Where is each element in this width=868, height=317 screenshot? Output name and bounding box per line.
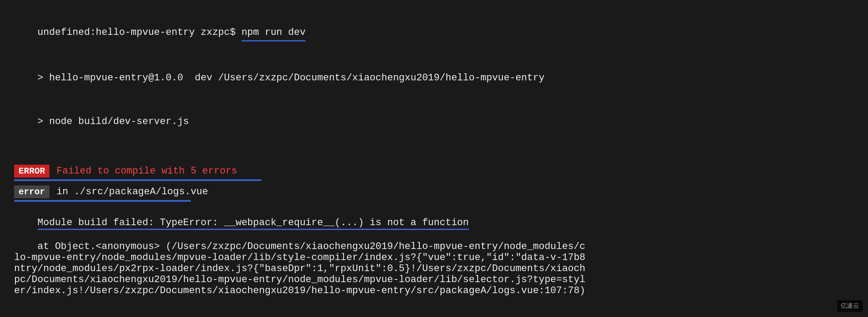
command-text: npm run dev [242, 27, 306, 38]
stack-line-5: er/index.js!/Users/zxzpc/Documents/xiaoc… [14, 285, 854, 296]
error-main-message: Failed to compile with 5 errors [57, 166, 237, 177]
error-badge-2: error [14, 185, 49, 198]
stack-line-2: lo-mpvue-entry/node_modules/mpvue-loader… [14, 252, 854, 263]
stack-line-4: pc/Documents/xiaochengxu2019/hello-mpvue… [14, 274, 854, 285]
error-banner: ERROR Failed to compile with 5 errors [14, 165, 854, 177]
command-underlined: npm run dev [242, 25, 306, 42]
terminal-container: undefined:hello-mpvue-entry zxzpc$ npm r… [14, 11, 854, 296]
error-file-message: in ./src/packageA/logs.vue [57, 186, 208, 197]
module-error-line: Module build failed: TypeError: __webpac… [14, 206, 854, 241]
output-line-2: > node build/dev-server.js [14, 100, 854, 143]
prompt-text: undefined:hello-mpvue-entry zxzpc$ [38, 27, 242, 38]
error-badge: ERROR [14, 165, 49, 177]
error-underline-bar [14, 179, 261, 181]
spacer-1 [14, 143, 854, 161]
error-file-underline-bar [14, 200, 191, 202]
output-line-1: > hello-mpvue-entry@1.0.0 dev /Users/zxz… [14, 56, 854, 100]
module-error-underlined: Module build failed: TypeError: __webpac… [38, 217, 469, 230]
watermark: 亿速云 [837, 300, 863, 312]
command-line: undefined:hello-mpvue-entry zxzpc$ npm r… [14, 11, 854, 56]
stack-line-3: ntry/node_modules/px2rpx-loader/index.js… [14, 263, 854, 274]
stack-line-1: at Object.<anonymous> (/Users/zxzpc/Docu… [14, 241, 854, 252]
error-file-banner: error in ./src/packageA/logs.vue [14, 185, 854, 198]
